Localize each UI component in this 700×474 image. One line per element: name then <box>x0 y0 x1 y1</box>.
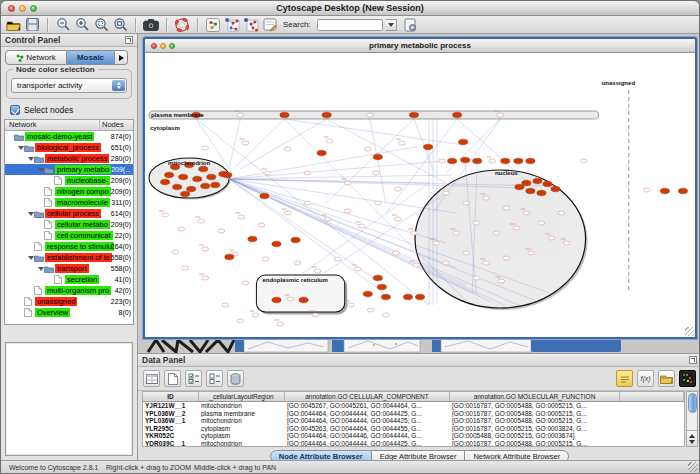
node-selected-orange[interactable] <box>423 144 432 150</box>
float-panel-icon[interactable] <box>689 356 697 364</box>
tree-row[interactable]: mosaic-demo-yeast874(0) <box>5 131 133 142</box>
expand-arrow-icon[interactable] <box>17 146 24 150</box>
node[interactable] <box>503 206 510 210</box>
tree-row[interactable]: macromolecule311(0) <box>5 197 133 208</box>
node[interactable] <box>399 141 406 145</box>
node[interactable] <box>463 201 470 205</box>
node-selected-orange[interactable] <box>211 182 220 188</box>
node[interactable] <box>344 181 351 185</box>
table-row[interactable]: YLR295Ccytoplasm[GO:0045263, GO:0044464,… <box>143 425 684 433</box>
scroll-down-icon[interactable] <box>689 440 695 444</box>
tree-row[interactable]: nitrogen compo209(0) <box>5 186 133 197</box>
node-selected-orange[interactable] <box>160 179 169 185</box>
node-selected-orange[interactable] <box>537 190 546 196</box>
node[interactable] <box>523 211 530 215</box>
delete-attribute-icon[interactable] <box>227 370 244 387</box>
node[interactable] <box>374 201 381 205</box>
node[interactable] <box>284 147 291 151</box>
tree-row[interactable]: Overview8(0) <box>5 307 133 318</box>
table-row[interactable]: YPL036W__1mitochondrion[GO:0044464, GO:0… <box>143 417 684 425</box>
node-selected-orange[interactable] <box>403 294 412 300</box>
node-selected-orange[interactable] <box>181 191 190 197</box>
node-selected-orange[interactable] <box>660 188 669 194</box>
node[interactable] <box>182 266 189 270</box>
column-header-region[interactable]: _cellularLayoutRegion <box>199 392 285 401</box>
plugin-manager-icon[interactable] <box>403 17 419 33</box>
node[interactable] <box>354 267 361 271</box>
node-selected-orange[interactable] <box>280 112 289 118</box>
select-network-icon[interactable] <box>243 17 259 33</box>
edge[interactable] <box>240 119 326 169</box>
node[interactable] <box>258 223 265 227</box>
node[interactable] <box>493 231 500 235</box>
table-scrollbar[interactable] <box>686 391 698 447</box>
node-selected-orange[interactable] <box>201 183 210 189</box>
new-attribute-icon[interactable] <box>164 370 181 387</box>
node[interactable] <box>162 213 169 217</box>
node-selected-orange[interactable] <box>526 158 535 164</box>
node[interactable] <box>326 139 333 143</box>
node-selected-orange[interactable] <box>409 112 418 118</box>
node[interactable] <box>463 251 470 255</box>
node[interactable] <box>287 297 294 301</box>
tree-row[interactable]: response to stimulu264(0) <box>5 241 133 252</box>
node[interactable] <box>358 224 365 228</box>
tree-row[interactable]: unassigned223(0) <box>5 296 133 307</box>
attribute-table-icon[interactable] <box>143 370 160 387</box>
node-selected-orange[interactable] <box>187 186 196 192</box>
node-selected-orange[interactable] <box>193 176 202 182</box>
node[interactable] <box>237 113 244 117</box>
node[interactable] <box>294 261 301 265</box>
table-row[interactable]: YJR121W__1mitochondrion[GO:0045267, GO:0… <box>143 402 684 410</box>
node[interactable] <box>237 319 244 323</box>
background-windows[interactable] <box>138 338 700 353</box>
node[interactable] <box>252 313 259 317</box>
edge[interactable] <box>229 119 240 167</box>
select-attributes-icon[interactable] <box>185 370 202 387</box>
node-selected-orange[interactable] <box>514 158 523 164</box>
node[interactable] <box>312 313 319 317</box>
node[interactable] <box>382 313 389 317</box>
node[interactable] <box>304 171 311 175</box>
node[interactable] <box>528 251 535 255</box>
expand-arrow-icon[interactable] <box>27 212 34 216</box>
table-row[interactable]: YKR052Ccytoplasm[GO:0044464, GO:0044446,… <box>143 432 684 440</box>
edge[interactable] <box>229 179 378 281</box>
expand-arrow-icon[interactable] <box>37 168 44 172</box>
select-nodes-checkbox[interactable] <box>10 105 20 115</box>
node[interactable] <box>277 322 284 326</box>
node[interactable] <box>453 231 460 235</box>
tree-row[interactable]: biological_process651(0) <box>5 142 133 153</box>
node[interactable] <box>242 141 249 145</box>
node[interactable] <box>366 113 373 117</box>
layout-network-icon[interactable] <box>224 17 240 33</box>
node[interactable] <box>489 159 496 163</box>
help-ring-icon[interactable] <box>174 17 190 33</box>
node-selected-orange[interactable] <box>291 237 300 243</box>
node[interactable] <box>242 281 249 285</box>
label-icon[interactable] <box>616 370 633 387</box>
node-selected-orange[interactable] <box>272 297 281 303</box>
network-window-titlebar[interactable]: primary metabolic process <box>145 39 695 53</box>
table-row[interactable]: YDR039C__1mitochondrion[GO:0044464, GO:0… <box>143 440 684 447</box>
node[interactable] <box>367 308 374 312</box>
scrollbar-thumb[interactable] <box>688 393 697 413</box>
tab-mosaic[interactable]: Mosaic <box>67 50 115 65</box>
nucleus-region[interactable] <box>415 170 586 308</box>
node[interactable] <box>344 209 351 213</box>
plasma-membrane-region[interactable] <box>149 111 599 119</box>
node[interactable] <box>473 276 480 280</box>
expand-arrow-icon[interactable] <box>27 157 34 161</box>
node-selected-orange[interactable] <box>381 294 390 300</box>
node[interactable] <box>347 303 354 307</box>
node-selected-orange[interactable] <box>207 174 216 180</box>
expand-arrow-icon[interactable] <box>27 256 34 260</box>
tree-row[interactable]: cellular process614(0) <box>5 208 133 219</box>
node[interactable] <box>202 276 209 280</box>
open-icon[interactable] <box>5 17 21 33</box>
node[interactable] <box>172 250 179 254</box>
edge[interactable] <box>446 119 500 173</box>
node[interactable] <box>513 226 520 230</box>
node-selected-orange[interactable] <box>223 172 232 178</box>
node-selected-orange[interactable] <box>173 184 182 190</box>
